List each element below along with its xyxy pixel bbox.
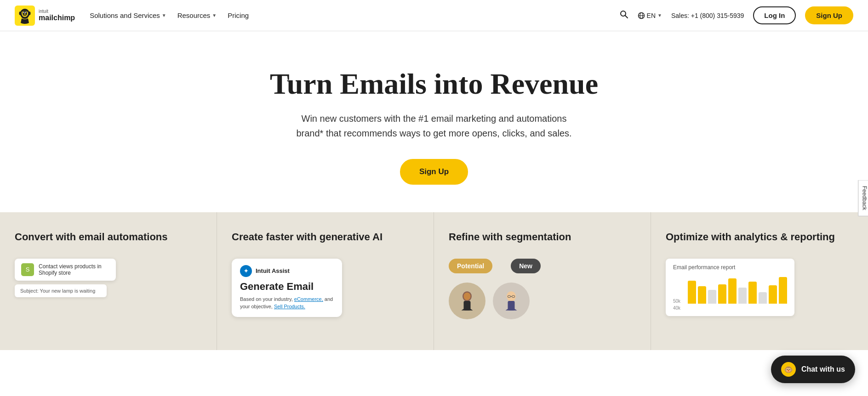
language-button[interactable]: EN ▼ xyxy=(638,12,662,19)
gen-email-desc: Based on your industry, eCommerce, and y… xyxy=(240,295,334,311)
hero-subtitle: Win new customers with the #1 email mark… xyxy=(287,111,581,141)
feature-title-analytics: Optimize with analytics & reporting xyxy=(666,231,853,244)
feature-title-automations: Convert with email automations xyxy=(15,231,202,244)
feature-title-segmentation: Refine with segmentation xyxy=(449,231,636,244)
segment-badge-new: New xyxy=(511,259,541,273)
svg-point-10 xyxy=(29,11,31,15)
search-icon xyxy=(619,10,628,19)
nav-links: Solutions and Services ▼ Resources ▼ Pri… xyxy=(90,11,249,19)
bar-10 xyxy=(779,277,787,304)
brand-name: intuit mailchimp xyxy=(39,9,75,22)
features-row: Convert with email automations S Contact… xyxy=(0,212,868,350)
nav-pricing[interactable]: Pricing xyxy=(228,11,249,19)
chevron-down-icon: ▼ xyxy=(212,13,217,18)
perf-report-title: Email performance report xyxy=(673,264,787,271)
chevron-down-icon: ▼ xyxy=(657,13,662,18)
bar-5 xyxy=(728,278,737,304)
svg-point-7 xyxy=(26,12,26,12)
globe-icon xyxy=(638,12,645,19)
feature-card-segmentation: Refine with segmentation Potential New xyxy=(434,212,651,350)
sales-phone: Sales: +1 (800) 315-5939 xyxy=(671,12,744,19)
bar-6 xyxy=(738,288,747,304)
chart-labels-bottom: 40k xyxy=(673,305,787,311)
feature-card-automations: Convert with email automations S Contact… xyxy=(0,212,217,350)
intuit-assist-card: ✦ Intuit Assist Generate Email Based on … xyxy=(232,259,342,317)
chevron-down-icon: ▼ xyxy=(162,13,166,18)
svg-point-8 xyxy=(24,13,26,14)
feature-card-ai: Create faster with generative AI ✦ Intui… xyxy=(217,212,434,350)
chart-labels: 50k xyxy=(673,276,787,304)
bar-chart xyxy=(688,276,787,304)
logo[interactable]: intuit mailchimp xyxy=(15,6,75,26)
intuit-assist-name: Intuit Assist xyxy=(256,267,290,274)
shopify-mockup-text: Contact views products in Shopify store xyxy=(39,263,109,276)
feature-title-ai: Create faster with generative AI xyxy=(232,231,419,244)
nav-right: EN ▼ Sales: +1 (800) 315-5939 Log In Sig… xyxy=(619,6,853,24)
bar-2 xyxy=(698,286,706,304)
avatar-woman-svg xyxy=(456,289,479,312)
svg-point-6 xyxy=(24,12,24,12)
y-label-40k: 40k xyxy=(673,305,686,311)
login-button[interactable]: Log In xyxy=(753,6,796,24)
main-nav: intuit mailchimp Solutions and Services … xyxy=(0,0,868,31)
svg-rect-18 xyxy=(464,301,471,311)
signup-button-nav[interactable]: Sign Up xyxy=(805,6,853,24)
bar-3 xyxy=(708,290,716,304)
feature-card-analytics: Optimize with analytics & reporting Emai… xyxy=(651,212,868,350)
hero-section: Turn Emails into Revenue Win new custome… xyxy=(0,31,868,212)
subject-line-mockup: Subject: Your new lamp is waiting xyxy=(15,284,107,297)
nav-resources[interactable]: Resources ▼ xyxy=(177,11,217,19)
svg-line-12 xyxy=(625,16,628,18)
intuit-assist-icon: ✦ xyxy=(240,265,252,277)
nav-left: intuit mailchimp Solutions and Services … xyxy=(15,6,249,26)
shopify-icon: S xyxy=(21,263,34,276)
signup-button-hero[interactable]: Sign Up xyxy=(400,159,468,185)
gen-email-title: Generate Email xyxy=(240,281,334,293)
nav-solutions[interactable]: Solutions and Services ▼ xyxy=(90,11,166,19)
bar-8 xyxy=(759,292,767,304)
logo-icon xyxy=(15,6,35,26)
feedback-tab[interactable]: Feedback xyxy=(858,180,868,216)
svg-point-9 xyxy=(19,11,22,15)
segment-badge-potential: Potential xyxy=(449,259,492,273)
performance-report-card: Email performance report 50k 40k xyxy=(666,259,794,316)
avatar-man xyxy=(493,283,530,319)
y-label-50k: 50k xyxy=(673,299,684,304)
intuit-assist-header: ✦ Intuit Assist xyxy=(240,265,334,277)
svg-point-17 xyxy=(464,293,471,300)
avatar-man-svg xyxy=(500,289,523,312)
bar-9 xyxy=(769,285,777,304)
gen-link-ecommerce[interactable]: eCommerce, xyxy=(294,296,323,302)
search-button[interactable] xyxy=(619,10,628,21)
segment-badges: Potential New xyxy=(449,259,636,273)
avatar-woman xyxy=(449,283,485,319)
segment-avatars xyxy=(449,283,636,319)
gen-link-sellproducts[interactable]: Sell Products. xyxy=(274,304,305,309)
bar-4 xyxy=(718,284,726,304)
svg-rect-21 xyxy=(508,301,515,311)
bar-7 xyxy=(748,282,757,304)
shopify-mockup: S Contact views products in Shopify stor… xyxy=(15,259,116,281)
bar-1 xyxy=(688,281,696,304)
hero-title: Turn Emails into Revenue xyxy=(270,68,598,100)
